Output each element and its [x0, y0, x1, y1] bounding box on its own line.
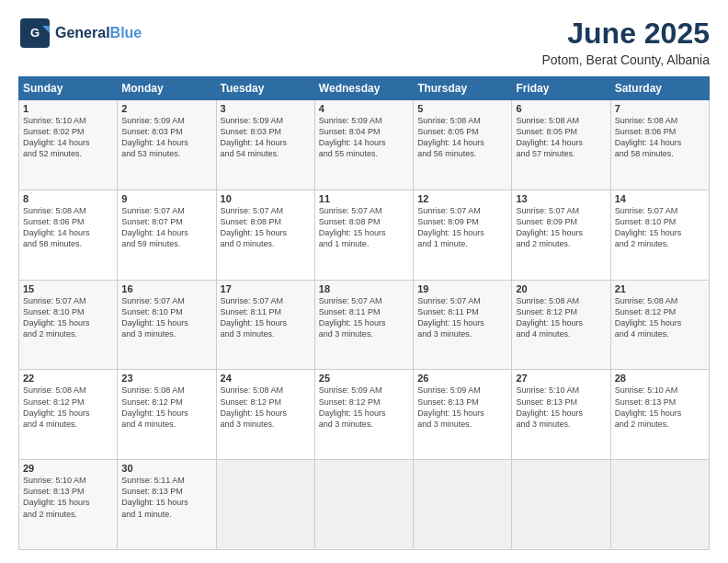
header: G GeneralBlue June 2025 Potom, Berat Cou…: [18, 17, 710, 67]
calendar-day: 6Sunrise: 5:08 AMSunset: 8:05 PMDaylight…: [512, 100, 610, 190]
day-details: Sunrise: 5:09 AMSunset: 8:12 PMDaylight:…: [319, 385, 409, 430]
day-number: 29: [23, 463, 113, 474]
day-details: Sunrise: 5:10 AMSunset: 8:13 PMDaylight:…: [23, 475, 113, 520]
day-number: 6: [516, 103, 606, 114]
day-number: 3: [221, 103, 311, 114]
day-details: Sunrise: 5:07 AMSunset: 8:08 PMDaylight:…: [319, 205, 409, 250]
day-number: 1: [23, 103, 113, 114]
day-number: 2: [121, 103, 211, 114]
day-details: Sunrise: 5:08 AMSunset: 8:06 PMDaylight:…: [615, 115, 705, 160]
day-number: 25: [319, 373, 409, 384]
day-number: 9: [121, 193, 211, 204]
calendar-day: 18Sunrise: 5:07 AMSunset: 8:11 PMDayligh…: [314, 280, 413, 370]
calendar-day: 19Sunrise: 5:07 AMSunset: 8:11 PMDayligh…: [414, 280, 512, 370]
calendar-day: [216, 460, 314, 550]
day-number: 7: [615, 103, 705, 114]
logo: G GeneralBlue: [18, 17, 142, 50]
day-details: Sunrise: 5:10 AMSunset: 8:13 PMDaylight:…: [516, 385, 606, 430]
weekday-header-saturday: Saturday: [610, 77, 709, 100]
calendar-day: 17Sunrise: 5:07 AMSunset: 8:11 PMDayligh…: [216, 280, 314, 370]
day-details: Sunrise: 5:08 AMSunset: 8:12 PMDaylight:…: [23, 385, 113, 430]
day-number: 10: [221, 193, 311, 204]
day-number: 22: [23, 373, 113, 384]
day-details: Sunrise: 5:07 AMSunset: 8:10 PMDaylight:…: [121, 295, 211, 340]
calendar-day: 3Sunrise: 5:09 AMSunset: 8:03 PMDaylight…: [216, 100, 314, 190]
day-number: 8: [23, 193, 113, 204]
calendar-subtitle: Potom, Berat County, Albania: [541, 52, 710, 67]
day-details: Sunrise: 5:09 AMSunset: 8:13 PMDaylight:…: [417, 385, 507, 430]
day-number: 13: [516, 193, 606, 204]
calendar-day: 21Sunrise: 5:08 AMSunset: 8:12 PMDayligh…: [610, 280, 709, 370]
calendar-day: 13Sunrise: 5:07 AMSunset: 8:09 PMDayligh…: [512, 190, 610, 280]
calendar-day: 15Sunrise: 5:07 AMSunset: 8:10 PMDayligh…: [19, 280, 118, 370]
weekday-header-wednesday: Wednesday: [314, 77, 413, 100]
svg-text:G: G: [30, 26, 40, 40]
day-details: Sunrise: 5:07 AMSunset: 8:07 PMDaylight:…: [121, 205, 211, 250]
day-details: Sunrise: 5:09 AMSunset: 8:03 PMDaylight:…: [221, 115, 311, 160]
calendar-day: 2Sunrise: 5:09 AMSunset: 8:03 PMDaylight…: [118, 100, 216, 190]
day-number: 18: [319, 283, 409, 294]
day-details: Sunrise: 5:08 AMSunset: 8:06 PMDaylight:…: [23, 205, 113, 250]
logo-name: GeneralBlue: [55, 25, 142, 41]
calendar-day: 14Sunrise: 5:07 AMSunset: 8:10 PMDayligh…: [610, 190, 709, 280]
calendar-week-3: 15Sunrise: 5:07 AMSunset: 8:10 PMDayligh…: [19, 280, 710, 370]
weekday-header-sunday: Sunday: [19, 77, 118, 100]
day-number: 4: [319, 103, 409, 114]
calendar-day: 9Sunrise: 5:07 AMSunset: 8:07 PMDaylight…: [118, 190, 216, 280]
calendar-day: [314, 460, 413, 550]
day-number: 24: [221, 373, 311, 384]
day-details: Sunrise: 5:07 AMSunset: 8:09 PMDaylight:…: [516, 205, 606, 250]
calendar-day: 30Sunrise: 5:11 AMSunset: 8:13 PMDayligh…: [118, 460, 216, 550]
day-details: Sunrise: 5:07 AMSunset: 8:11 PMDaylight:…: [319, 295, 409, 340]
day-details: Sunrise: 5:10 AMSunset: 8:13 PMDaylight:…: [615, 385, 705, 430]
day-details: Sunrise: 5:08 AMSunset: 8:12 PMDaylight:…: [516, 295, 606, 340]
calendar-day: 24Sunrise: 5:08 AMSunset: 8:12 PMDayligh…: [216, 370, 314, 460]
calendar-day: 22Sunrise: 5:08 AMSunset: 8:12 PMDayligh…: [19, 370, 118, 460]
calendar-day: 29Sunrise: 5:10 AMSunset: 8:13 PMDayligh…: [19, 460, 118, 550]
day-details: Sunrise: 5:08 AMSunset: 8:12 PMDaylight:…: [615, 295, 705, 340]
day-details: Sunrise: 5:08 AMSunset: 8:05 PMDaylight:…: [417, 115, 507, 160]
calendar-day: 16Sunrise: 5:07 AMSunset: 8:10 PMDayligh…: [118, 280, 216, 370]
calendar-day: 5Sunrise: 5:08 AMSunset: 8:05 PMDaylight…: [414, 100, 512, 190]
day-number: 12: [417, 193, 507, 204]
calendar-day: 25Sunrise: 5:09 AMSunset: 8:12 PMDayligh…: [314, 370, 413, 460]
day-number: 14: [615, 193, 705, 204]
calendar-day: 26Sunrise: 5:09 AMSunset: 8:13 PMDayligh…: [414, 370, 512, 460]
day-number: 28: [615, 373, 705, 384]
day-number: 11: [319, 193, 409, 204]
day-details: Sunrise: 5:08 AMSunset: 8:12 PMDaylight:…: [121, 385, 211, 430]
calendar-day: [414, 460, 512, 550]
day-number: 17: [221, 283, 311, 294]
calendar-day: 20Sunrise: 5:08 AMSunset: 8:12 PMDayligh…: [512, 280, 610, 370]
weekday-header-thursday: Thursday: [414, 77, 512, 100]
day-number: 27: [516, 373, 606, 384]
day-details: Sunrise: 5:07 AMSunset: 8:08 PMDaylight:…: [221, 205, 311, 250]
weekday-header-monday: Monday: [118, 77, 216, 100]
calendar-day: [610, 460, 709, 550]
day-number: 23: [121, 373, 211, 384]
calendar-week-2: 8Sunrise: 5:08 AMSunset: 8:06 PMDaylight…: [19, 190, 710, 280]
day-number: 15: [23, 283, 113, 294]
day-number: 21: [615, 283, 705, 294]
weekday-header-tuesday: Tuesday: [216, 77, 314, 100]
weekday-header-row: SundayMondayTuesdayWednesdayThursdayFrid…: [19, 77, 710, 100]
page: G GeneralBlue June 2025 Potom, Berat Cou…: [0, 0, 728, 563]
calendar-day: 27Sunrise: 5:10 AMSunset: 8:13 PMDayligh…: [512, 370, 610, 460]
day-number: 5: [417, 103, 507, 114]
calendar-week-1: 1Sunrise: 5:10 AMSunset: 8:02 PMDaylight…: [19, 100, 710, 190]
day-number: 26: [417, 373, 507, 384]
day-details: Sunrise: 5:11 AMSunset: 8:13 PMDaylight:…: [121, 475, 211, 520]
calendar-day: 28Sunrise: 5:10 AMSunset: 8:13 PMDayligh…: [610, 370, 709, 460]
day-details: Sunrise: 5:07 AMSunset: 8:10 PMDaylight:…: [615, 205, 705, 250]
calendar-day: 12Sunrise: 5:07 AMSunset: 8:09 PMDayligh…: [414, 190, 512, 280]
calendar-day: 11Sunrise: 5:07 AMSunset: 8:08 PMDayligh…: [314, 190, 413, 280]
calendar-table: SundayMondayTuesdayWednesdayThursdayFrid…: [18, 76, 710, 550]
day-number: 30: [121, 463, 211, 474]
weekday-header-friday: Friday: [512, 77, 610, 100]
day-number: 16: [121, 283, 211, 294]
calendar-day: 7Sunrise: 5:08 AMSunset: 8:06 PMDaylight…: [610, 100, 709, 190]
calendar-day: 1Sunrise: 5:10 AMSunset: 8:02 PMDaylight…: [19, 100, 118, 190]
calendar-week-5: 29Sunrise: 5:10 AMSunset: 8:13 PMDayligh…: [19, 460, 710, 550]
calendar-week-4: 22Sunrise: 5:08 AMSunset: 8:12 PMDayligh…: [19, 370, 710, 460]
calendar-day: 4Sunrise: 5:09 AMSunset: 8:04 PMDaylight…: [314, 100, 413, 190]
